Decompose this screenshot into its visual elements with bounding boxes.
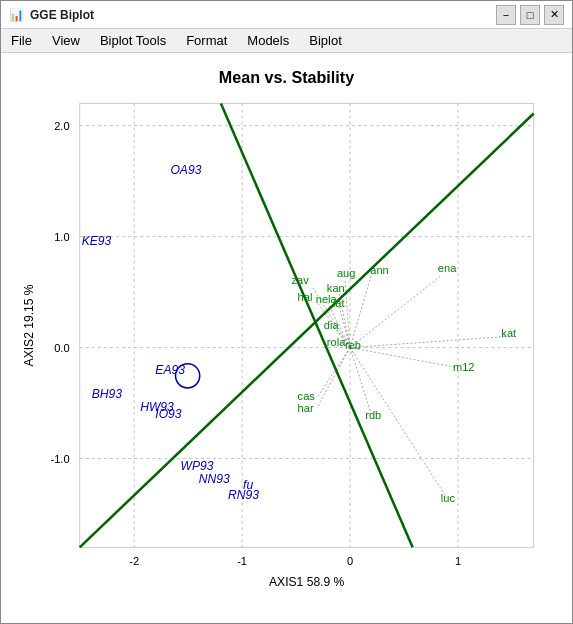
label-kat: kat bbox=[501, 327, 516, 339]
ytick-2: 2.0 bbox=[54, 120, 69, 132]
label-reb: reb bbox=[345, 339, 361, 351]
label-dia: dia bbox=[324, 319, 340, 331]
menu-view[interactable]: View bbox=[42, 31, 90, 50]
close-button[interactable]: ✕ bbox=[544, 5, 564, 25]
menu-biplot[interactable]: Biplot bbox=[299, 31, 352, 50]
label-ke93: KE93 bbox=[82, 234, 112, 248]
y-axis-label: AXIS2 19.15 % bbox=[22, 284, 36, 366]
ytick-neg1: -1.0 bbox=[51, 453, 70, 465]
label-ann: ann bbox=[370, 264, 388, 276]
window-title: GGE Biplot bbox=[30, 8, 94, 22]
chart-title: Mean vs. Stability bbox=[219, 68, 354, 86]
menu-format[interactable]: Format bbox=[176, 31, 237, 50]
label-m12: m12 bbox=[453, 361, 475, 373]
xtick-neg2: -2 bbox=[129, 555, 139, 567]
label-rdb: rdb bbox=[365, 409, 381, 421]
label-har: har bbox=[298, 402, 314, 414]
menu-file[interactable]: File bbox=[1, 31, 42, 50]
title-bar-left: 📊 GGE Biplot bbox=[9, 8, 94, 22]
xtick-neg1: -1 bbox=[237, 555, 247, 567]
label-oa93: OA93 bbox=[170, 163, 201, 177]
xtick-pos1: 1 bbox=[455, 555, 461, 567]
label-hal: hal bbox=[298, 291, 313, 303]
label-wp93: WP93 bbox=[181, 459, 214, 473]
label-io93: IO93 bbox=[155, 407, 181, 421]
title-bar: 📊 GGE Biplot − □ ✕ bbox=[1, 1, 572, 29]
ytick-1: 1.0 bbox=[54, 231, 69, 243]
label-luc: luc bbox=[441, 492, 456, 504]
maximize-button[interactable]: □ bbox=[520, 5, 540, 25]
window-icon: 📊 bbox=[9, 8, 24, 22]
x-axis-label: AXIS1 58.9 % bbox=[269, 575, 345, 589]
label-aug: aug bbox=[337, 267, 355, 279]
minimize-button[interactable]: − bbox=[496, 5, 516, 25]
chart-area: Mean vs. Stability bbox=[1, 53, 572, 623]
menu-models[interactable]: Models bbox=[237, 31, 299, 50]
label-ea93: EA93 bbox=[155, 363, 185, 377]
main-window: 📊 GGE Biplot − □ ✕ File View Biplot Tool… bbox=[0, 0, 573, 624]
label-cas: cas bbox=[298, 390, 316, 402]
xtick-0: 0 bbox=[347, 555, 353, 567]
label-zav: zav bbox=[292, 274, 310, 286]
label-bh93: BH93 bbox=[92, 387, 123, 401]
label-ena: ena bbox=[438, 262, 457, 274]
ytick-0: 0.0 bbox=[54, 342, 69, 354]
label-fu: fu bbox=[243, 478, 253, 492]
label-lat: lat bbox=[333, 297, 345, 309]
menu-bar: File View Biplot Tools Format Models Bip… bbox=[1, 29, 572, 53]
menu-biplot-tools[interactable]: Biplot Tools bbox=[90, 31, 176, 50]
label-nn93: NN93 bbox=[199, 472, 230, 486]
biplot-svg: Mean vs. Stability bbox=[1, 53, 572, 623]
label-rola: rola bbox=[327, 336, 346, 348]
title-bar-controls: − □ ✕ bbox=[496, 5, 564, 25]
